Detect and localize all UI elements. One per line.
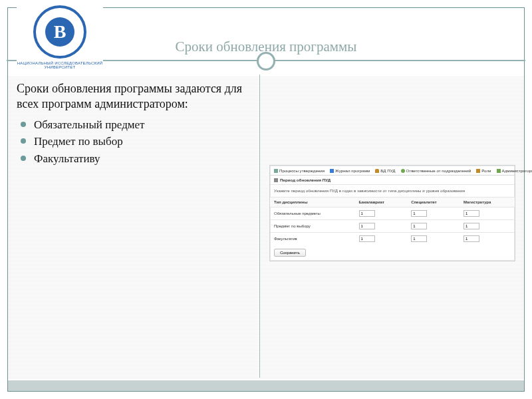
tree-icon bbox=[274, 169, 278, 173]
vertical-divider bbox=[259, 74, 260, 378]
admin-icon bbox=[497, 169, 501, 173]
tab-admins[interactable]: Администраторы bbox=[497, 168, 533, 173]
col-specialist: Специалитет bbox=[407, 198, 460, 207]
period-input[interactable] bbox=[464, 235, 479, 242]
footer-bar bbox=[8, 380, 524, 391]
wrench-icon bbox=[274, 178, 278, 182]
screenshot-subtab[interactable]: Период обновления ПУД bbox=[270, 176, 515, 185]
embedded-screenshot: Процессы утверждения Журнал программ БД … bbox=[269, 165, 515, 261]
tab-processes[interactable]: Процессы утверждения bbox=[274, 168, 325, 173]
save-button[interactable]: Сохранить bbox=[274, 249, 306, 257]
screenshot-hint: Укажите период обновления ПУД в годах в … bbox=[270, 185, 515, 197]
col-master: Магистратура bbox=[460, 198, 515, 207]
period-input[interactable] bbox=[411, 235, 427, 242]
role-icon bbox=[476, 169, 480, 173]
period-input[interactable] bbox=[359, 210, 375, 217]
tab-responsible[interactable]: Ответственные от подразделений bbox=[401, 168, 471, 173]
left-column: Сроки обновления программы задаются для … bbox=[17, 81, 249, 167]
list-item: Факультативу bbox=[21, 150, 249, 168]
logo-caption: НАЦИОНАЛЬНЫЙ ИССЛЕДОВАТЕЛЬСКИЙ УНИВЕРСИТ… bbox=[17, 61, 103, 69]
period-input[interactable] bbox=[464, 223, 479, 229]
settings-table: Тип дисциплины Бакалавриат Специалитет М… bbox=[270, 197, 515, 245]
period-input[interactable] bbox=[464, 210, 479, 217]
period-input[interactable] bbox=[411, 210, 427, 217]
row-label: Обязательные предметы bbox=[270, 207, 355, 220]
university-logo: В НАЦИОНАЛЬНЫЙ ИССЛЕДОВАТЕЛЬСКИЙ УНИВЕРС… bbox=[17, 5, 103, 72]
table-row: Обязательные предметы bbox=[270, 207, 515, 220]
row-label: Факультатив bbox=[270, 233, 355, 245]
database-icon bbox=[375, 169, 379, 173]
period-input[interactable] bbox=[411, 223, 427, 229]
bullet-list: Обязательный предмет Предмет по выбор Фа… bbox=[17, 116, 249, 168]
col-bachelor: Бакалавриат bbox=[355, 198, 408, 207]
intro-text: Сроки обновления программы задаются для … bbox=[17, 81, 249, 112]
table-row: Факультатив bbox=[270, 233, 515, 245]
period-input[interactable] bbox=[359, 235, 375, 242]
book-icon bbox=[330, 169, 334, 173]
table-row: Предмет по выбору bbox=[270, 220, 515, 233]
save-row: Сохранить bbox=[270, 245, 515, 261]
list-item: Обязательный предмет bbox=[21, 116, 249, 134]
period-input[interactable] bbox=[359, 223, 375, 229]
col-type: Тип дисциплины bbox=[270, 198, 355, 207]
tab-journal[interactable]: Журнал программ bbox=[330, 168, 370, 173]
tab-roles[interactable]: Роли bbox=[476, 168, 491, 173]
divider-ornament-circle bbox=[257, 52, 275, 70]
logo-monogram: В bbox=[45, 17, 74, 47]
list-item: Предмет по выбор bbox=[21, 133, 249, 150]
row-label: Предмет по выбору bbox=[270, 220, 355, 233]
table-header-row: Тип дисциплины Бакалавриат Специалитет М… bbox=[270, 198, 515, 207]
user-icon bbox=[401, 169, 405, 173]
tab-db[interactable]: БД ПУД bbox=[375, 168, 395, 173]
screenshot-tabs: Процессы утверждения Журнал программ БД … bbox=[270, 166, 515, 176]
